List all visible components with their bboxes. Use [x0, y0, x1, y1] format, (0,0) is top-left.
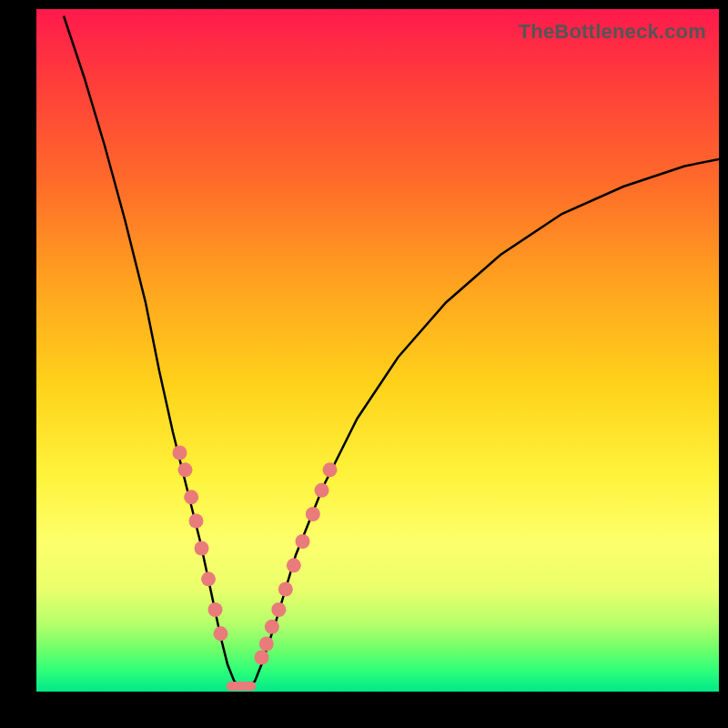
- chart-frame: TheBottleneck.com: [0, 0, 728, 728]
- data-marker: [195, 541, 209, 556]
- plot-area: TheBottleneck.com: [36, 9, 719, 692]
- data-marker: [189, 514, 204, 529]
- data-marker: [214, 626, 228, 641]
- data-marker: [306, 507, 320, 521]
- data-marker: [208, 602, 223, 617]
- data-marker: [173, 446, 187, 460]
- data-marker: [278, 582, 293, 597]
- bottleneck-curve: [64, 16, 719, 687]
- data-marker: [287, 558, 301, 572]
- data-marker: [255, 651, 269, 665]
- data-marker: [259, 637, 274, 652]
- chart-overlay: [36, 9, 719, 692]
- data-marker: [201, 571, 216, 586]
- data-markers: [173, 446, 338, 665]
- data-marker: [184, 490, 198, 504]
- data-marker: [296, 534, 310, 549]
- data-marker: [323, 462, 338, 477]
- data-marker: [178, 462, 193, 477]
- data-marker: [271, 602, 286, 617]
- data-marker: [265, 620, 279, 634]
- data-marker: [315, 483, 329, 498]
